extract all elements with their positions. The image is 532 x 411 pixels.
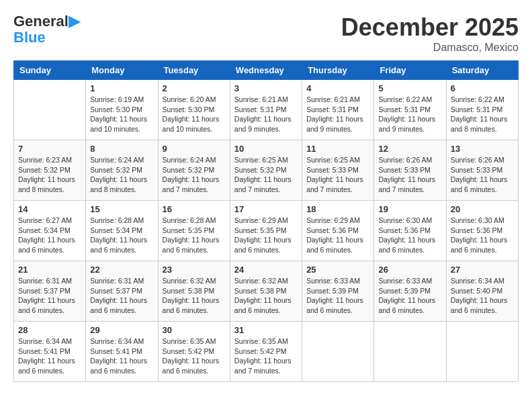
day-info: Sunrise: 6:27 AM Sunset: 5:34 PM Dayligh… (18, 216, 81, 255)
day-info: Sunrise: 6:35 AM Sunset: 5:42 PM Dayligh… (163, 336, 226, 376)
calendar-cell: 25Sunrise: 6:33 AM Sunset: 5:39 PM Dayli… (302, 261, 374, 322)
week-row-2: 7Sunrise: 6:23 AM Sunset: 5:32 PM Daylig… (14, 140, 519, 201)
calendar-cell: 18Sunrise: 6:29 AM Sunset: 5:36 PM Dayli… (302, 201, 374, 261)
day-number: 16 (163, 204, 226, 214)
day-number: 12 (378, 144, 441, 154)
calendar-cell: 12Sunrise: 6:26 AM Sunset: 5:33 PM Dayli… (374, 140, 446, 201)
day-info: Sunrise: 6:34 AM Sunset: 5:41 PM Dayligh… (90, 336, 153, 376)
weekday-header-friday: Friday (374, 61, 446, 80)
week-row-1: 1Sunrise: 6:19 AM Sunset: 5:30 PM Daylig… (14, 80, 519, 140)
day-number: 7 (18, 144, 81, 154)
weekday-header-wednesday: Wednesday (230, 61, 302, 80)
day-number: 25 (306, 265, 369, 275)
logo-text: General▶ Blue (13, 13, 80, 46)
day-number: 4 (306, 83, 369, 93)
calendar-cell: 30Sunrise: 6:35 AM Sunset: 5:42 PM Dayli… (158, 322, 230, 382)
calendar-cell: 4Sunrise: 6:21 AM Sunset: 5:31 PM Daylig… (302, 80, 374, 140)
day-number: 28 (18, 325, 81, 335)
day-info: Sunrise: 6:33 AM Sunset: 5:39 PM Dayligh… (306, 276, 369, 316)
calendar-cell: 19Sunrise: 6:30 AM Sunset: 5:36 PM Dayli… (374, 201, 446, 261)
day-number: 5 (378, 83, 441, 93)
calendar-cell: 23Sunrise: 6:32 AM Sunset: 5:38 PM Dayli… (158, 261, 230, 322)
day-info: Sunrise: 6:24 AM Sunset: 5:32 PM Dayligh… (163, 155, 226, 195)
calendar-cell: 8Sunrise: 6:24 AM Sunset: 5:32 PM Daylig… (86, 140, 158, 201)
day-info: Sunrise: 6:30 AM Sunset: 5:36 PM Dayligh… (451, 216, 514, 255)
calendar-cell: 26Sunrise: 6:33 AM Sunset: 5:39 PM Dayli… (374, 261, 446, 322)
calendar-cell: 6Sunrise: 6:22 AM Sunset: 5:31 PM Daylig… (446, 80, 518, 140)
day-info: Sunrise: 6:25 AM Sunset: 5:32 PM Dayligh… (234, 155, 298, 195)
day-number: 14 (18, 204, 81, 214)
weekday-header-thursday: Thursday (302, 61, 374, 80)
calendar-cell: 21Sunrise: 6:31 AM Sunset: 5:37 PM Dayli… (14, 261, 86, 322)
day-number: 23 (163, 265, 226, 275)
week-row-4: 21Sunrise: 6:31 AM Sunset: 5:37 PM Dayli… (14, 261, 519, 322)
weekday-header-tuesday: Tuesday (158, 61, 230, 80)
day-info: Sunrise: 6:21 AM Sunset: 5:31 PM Dayligh… (306, 95, 369, 134)
day-info: Sunrise: 6:31 AM Sunset: 5:37 PM Dayligh… (18, 276, 81, 316)
calendar-cell: 22Sunrise: 6:31 AM Sunset: 5:37 PM Dayli… (86, 261, 158, 322)
day-info: Sunrise: 6:26 AM Sunset: 5:33 PM Dayligh… (378, 155, 441, 195)
calendar-table: SundayMondayTuesdayWednesdayThursdayFrid… (13, 60, 519, 382)
week-row-5: 28Sunrise: 6:34 AM Sunset: 5:41 PM Dayli… (14, 322, 519, 382)
calendar-cell: 15Sunrise: 6:28 AM Sunset: 5:34 PM Dayli… (86, 201, 158, 261)
day-info: Sunrise: 6:29 AM Sunset: 5:35 PM Dayligh… (234, 216, 298, 255)
calendar-cell: 11Sunrise: 6:25 AM Sunset: 5:33 PM Dayli… (302, 140, 374, 201)
day-number: 22 (90, 265, 153, 275)
day-info: Sunrise: 6:29 AM Sunset: 5:36 PM Dayligh… (306, 216, 369, 255)
calendar-cell: 2Sunrise: 6:20 AM Sunset: 5:30 PM Daylig… (158, 80, 230, 140)
day-number: 30 (163, 325, 226, 335)
day-info: Sunrise: 6:24 AM Sunset: 5:32 PM Dayligh… (90, 155, 153, 195)
calendar-cell: 1Sunrise: 6:19 AM Sunset: 5:30 PM Daylig… (86, 80, 158, 140)
day-info: Sunrise: 6:22 AM Sunset: 5:31 PM Dayligh… (378, 95, 441, 134)
day-info: Sunrise: 6:26 AM Sunset: 5:33 PM Dayligh… (451, 155, 514, 195)
day-number: 10 (234, 144, 298, 154)
calendar-cell: 20Sunrise: 6:30 AM Sunset: 5:36 PM Dayli… (446, 201, 518, 261)
day-number: 29 (90, 325, 153, 335)
day-info: Sunrise: 6:34 AM Sunset: 5:40 PM Dayligh… (451, 276, 514, 316)
day-info: Sunrise: 6:23 AM Sunset: 5:32 PM Dayligh… (18, 155, 81, 195)
weekday-header-saturday: Saturday (446, 61, 518, 80)
calendar-cell: 28Sunrise: 6:34 AM Sunset: 5:41 PM Dayli… (14, 322, 86, 382)
day-number: 24 (234, 265, 298, 275)
calendar-cell: 14Sunrise: 6:27 AM Sunset: 5:34 PM Dayli… (14, 201, 86, 261)
day-number: 17 (234, 204, 298, 214)
logo: General▶ Blue (13, 13, 80, 46)
day-info: Sunrise: 6:30 AM Sunset: 5:36 PM Dayligh… (378, 216, 441, 255)
day-number: 6 (451, 83, 514, 93)
day-info: Sunrise: 6:28 AM Sunset: 5:34 PM Dayligh… (90, 216, 153, 255)
calendar-cell: 17Sunrise: 6:29 AM Sunset: 5:35 PM Dayli… (230, 201, 302, 261)
month-title: December 2025 (341, 13, 519, 42)
day-number: 19 (378, 204, 441, 214)
day-info: Sunrise: 6:28 AM Sunset: 5:35 PM Dayligh… (163, 216, 226, 255)
day-number: 20 (451, 204, 514, 214)
page-header: General▶ Blue December 2025 Damasco, Mex… (13, 13, 519, 54)
weekday-header-monday: Monday (86, 61, 158, 80)
calendar-cell: 16Sunrise: 6:28 AM Sunset: 5:35 PM Dayli… (158, 201, 230, 261)
calendar-cell: 9Sunrise: 6:24 AM Sunset: 5:32 PM Daylig… (158, 140, 230, 201)
day-number: 3 (234, 83, 298, 93)
calendar-cell (374, 322, 446, 382)
calendar-cell (14, 80, 86, 140)
calendar-cell: 10Sunrise: 6:25 AM Sunset: 5:32 PM Dayli… (230, 140, 302, 201)
day-number: 31 (234, 325, 298, 335)
day-number: 11 (306, 144, 369, 154)
calendar-cell (302, 322, 374, 382)
title-block: December 2025 Damasco, Mexico (341, 13, 519, 54)
day-info: Sunrise: 6:22 AM Sunset: 5:31 PM Dayligh… (451, 95, 514, 134)
day-number: 18 (306, 204, 369, 214)
day-info: Sunrise: 6:25 AM Sunset: 5:33 PM Dayligh… (306, 155, 369, 195)
day-number: 21 (18, 265, 81, 275)
day-number: 9 (163, 144, 226, 154)
day-info: Sunrise: 6:33 AM Sunset: 5:39 PM Dayligh… (378, 276, 441, 316)
day-info: Sunrise: 6:32 AM Sunset: 5:38 PM Dayligh… (234, 276, 298, 316)
day-number: 2 (163, 83, 226, 93)
weekday-header-row: SundayMondayTuesdayWednesdayThursdayFrid… (14, 61, 519, 80)
calendar-cell: 29Sunrise: 6:34 AM Sunset: 5:41 PM Dayli… (86, 322, 158, 382)
day-info: Sunrise: 6:32 AM Sunset: 5:38 PM Dayligh… (163, 276, 226, 316)
day-info: Sunrise: 6:34 AM Sunset: 5:41 PM Dayligh… (18, 336, 81, 376)
day-number: 1 (90, 83, 153, 93)
day-info: Sunrise: 6:31 AM Sunset: 5:37 PM Dayligh… (90, 276, 153, 316)
calendar-cell: 5Sunrise: 6:22 AM Sunset: 5:31 PM Daylig… (374, 80, 446, 140)
calendar-cell (446, 322, 518, 382)
location-subtitle: Damasco, Mexico (341, 42, 519, 54)
